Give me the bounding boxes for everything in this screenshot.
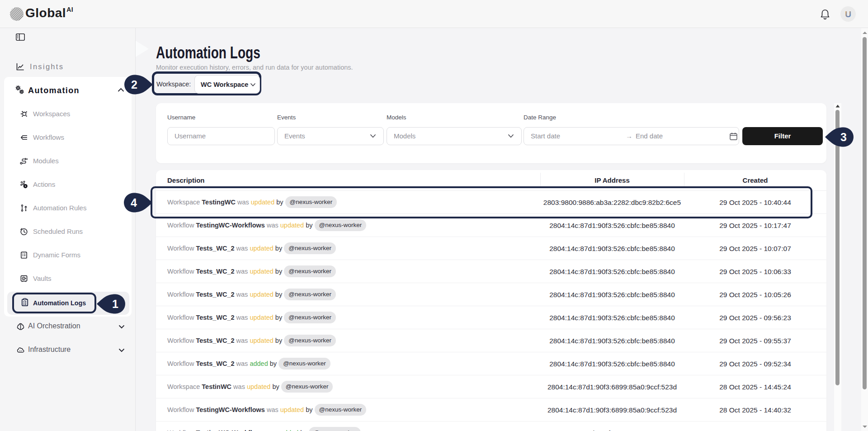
svg-text:U: U [845, 9, 851, 19]
